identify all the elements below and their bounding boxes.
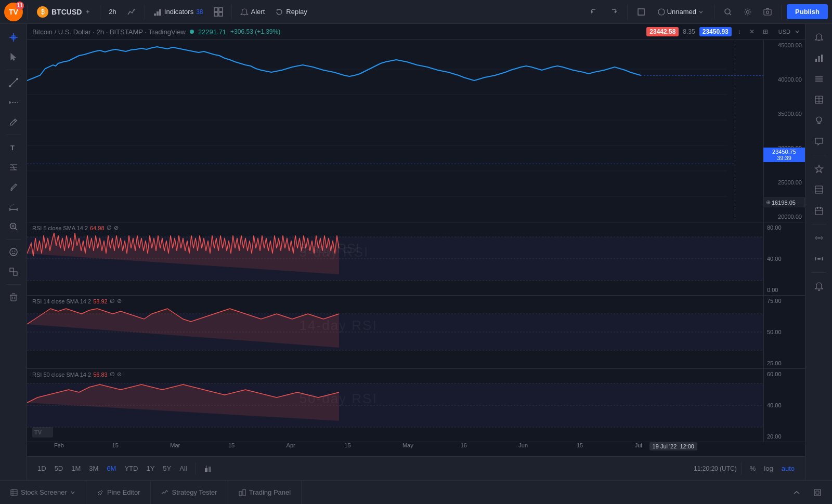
undo-btn[interactable] <box>586 4 602 20</box>
right-screener[interactable] <box>810 180 828 199</box>
period-6m[interactable]: 6M <box>102 462 120 475</box>
search-btn[interactable] <box>720 4 736 20</box>
fullscreen-btn[interactable] <box>633 4 649 20</box>
indicators-btn[interactable]: Indicators 38 <box>149 5 207 19</box>
right-idea[interactable] <box>810 111 828 130</box>
chart-name-btn[interactable]: Unnamed <box>653 5 709 18</box>
time-feb: Feb <box>54 442 64 448</box>
tool-text[interactable]: T <box>4 138 23 157</box>
tool-brush[interactable] <box>4 178 23 196</box>
tab-trading-panel-label: Trading Panel <box>249 488 291 496</box>
chart-title: Bitcoin / U.S. Dollar · 2h · BITSTAMP · … <box>32 28 186 36</box>
period-ytd[interactable]: YTD <box>120 462 142 475</box>
main-chart-panel[interactable]: 45000.00 40000.00 35000.00 30000.00 2500… <box>27 40 805 222</box>
header-close-icon[interactable]: ✕ <box>747 27 757 36</box>
currency-label: USD <box>778 29 790 35</box>
tab-stock-screener[interactable]: Stock Screener <box>0 481 86 504</box>
tab-trading-panel[interactable]: Trading Panel <box>228 481 302 504</box>
price-scale: 45000.00 40000.00 35000.00 30000.00 2500… <box>763 40 805 222</box>
timeframe-btn[interactable]: 2h <box>105 5 120 18</box>
header-expand-icon[interactable]: ⊞ <box>761 27 770 36</box>
tool-pencil[interactable] <box>4 113 23 131</box>
panel-expand-btn[interactable] <box>809 484 826 501</box>
right-broadcast[interactable] <box>810 229 828 247</box>
tool-zoom[interactable] <box>4 217 23 236</box>
right-calendar[interactable] <box>810 201 828 220</box>
rsi5-panel[interactable]: RSI 5 close SMA 14 2 64.98 ∅ ⊘ 5-day RSI <box>27 222 805 296</box>
tv-logo[interactable]: TV 11 <box>4 3 23 21</box>
settings-btn[interactable] <box>739 4 756 20</box>
tool-fibonacci[interactable] <box>4 158 23 177</box>
period-1d[interactable]: 1D <box>33 462 50 475</box>
screenshot-btn[interactable] <box>759 4 776 20</box>
rsi5-svg <box>27 222 763 295</box>
tool-crosshair[interactable] <box>4 28 23 47</box>
rsi50-scale: 60.00 40.00 20.00 <box>763 369 805 442</box>
main-chart-svg <box>27 40 805 222</box>
svg-point-22 <box>16 78 18 80</box>
chart-price: 22291.71 <box>198 28 226 36</box>
svg-rect-15 <box>764 9 771 15</box>
period-5y[interactable]: 5Y <box>159 462 175 475</box>
tool-pointer[interactable] <box>4 48 23 67</box>
rsi14-header: RSI 14 close SMA 14 2 58.92 ∅ ⊘ <box>32 298 122 304</box>
period-1y[interactable]: 1Y <box>142 462 159 475</box>
price-scale-40k: 40000.00 <box>767 76 802 83</box>
layout-btn[interactable] <box>210 5 227 19</box>
rsi50-scale-40: 40.00 <box>767 402 802 408</box>
right-object-tree[interactable] <box>810 70 828 88</box>
rsi50-panel[interactable]: RSI 50 close SMA 14 2 56.83 ∅ ⊘ 60.00 40… <box>27 369 805 442</box>
replay-btn[interactable]: Replay <box>271 5 311 19</box>
tab-stock-screener-chevron <box>70 490 75 495</box>
rsi50-scale-60: 60.00 <box>767 371 802 377</box>
right-sep-2 <box>812 224 826 224</box>
header-down-icon[interactable]: ↓ <box>736 27 743 36</box>
svg-rect-41 <box>10 268 14 272</box>
auto-btn[interactable]: auto <box>777 462 799 475</box>
chart-panels: 45000.00 40000.00 35000.00 30000.00 2500… <box>27 40 805 442</box>
tool-hline[interactable] <box>4 93 23 112</box>
compare-btn[interactable] <box>200 462 216 475</box>
tab-pine-editor[interactable]: Pine Editor <box>86 481 151 504</box>
period-3m[interactable]: 3M <box>85 462 102 475</box>
panel-collapse-btn[interactable] <box>788 484 805 501</box>
time-info: 11:20:20 (UTC) <box>694 465 737 472</box>
period-5d[interactable]: 5D <box>50 462 68 475</box>
tool-emoji[interactable] <box>4 243 23 261</box>
right-comments[interactable] <box>810 132 828 151</box>
log-btn[interactable]: log <box>760 462 777 475</box>
rsi5-scale-80: 80.00 <box>767 224 802 231</box>
left-sidebar: T <box>0 24 27 480</box>
rsi14-panel[interactable]: RSI 14 close SMA 14 2 58.92 ∅ ⊘ 75.00 50… <box>27 296 805 369</box>
period-all[interactable]: All <box>175 462 191 475</box>
period-1m[interactable]: 1M <box>67 462 85 475</box>
svg-text:T: T <box>10 144 15 152</box>
svg-rect-1 <box>157 11 159 16</box>
tool-shapes[interactable] <box>4 262 23 281</box>
chart-type-btn[interactable] <box>123 5 140 19</box>
right-data-window[interactable] <box>810 90 828 109</box>
tool-trash[interactable] <box>4 288 23 307</box>
toolbar-sep-6 <box>714 5 714 19</box>
redo-btn[interactable] <box>605 4 622 20</box>
rsi5-scale-0: 0.00 <box>767 287 802 293</box>
cross-price-value: ⊕ 16198.05 <box>763 197 805 207</box>
publish-button[interactable]: Publish <box>787 4 828 19</box>
right-chart-types[interactable] <box>810 49 828 68</box>
right-sidebar <box>805 24 832 480</box>
tool-measure[interactable] <box>4 197 23 216</box>
currency-chevron[interactable] <box>795 29 800 34</box>
rsi50-svg <box>27 369 763 442</box>
svg-point-21 <box>9 85 11 87</box>
right-watchlist[interactable] <box>810 160 828 178</box>
right-bell[interactable] <box>810 277 828 296</box>
symbol-selector[interactable]: ₿ BTCUSD ＋ <box>32 4 96 20</box>
price-scale-20k: 20000.00 <box>767 214 802 220</box>
right-volume-broadcast[interactable] <box>810 249 828 268</box>
tool-trend-line[interactable] <box>4 73 23 92</box>
svg-rect-3 <box>214 8 218 11</box>
right-alert[interactable] <box>810 28 828 47</box>
alert-btn[interactable]: Alert <box>236 5 269 19</box>
tab-strategy-tester[interactable]: Strategy Tester <box>151 481 228 504</box>
percent-btn[interactable]: % <box>746 462 760 475</box>
